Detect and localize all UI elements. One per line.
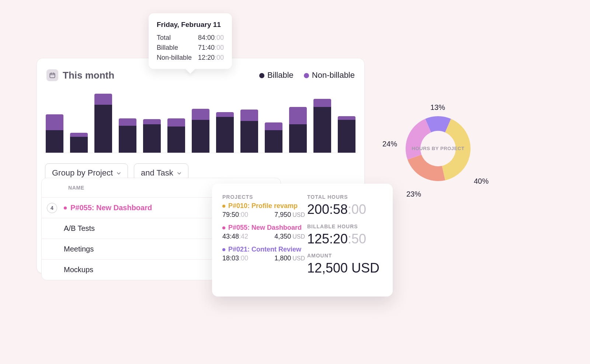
project-dot-icon bbox=[222, 226, 225, 229]
summary-project-amount: 7,950USD bbox=[274, 211, 305, 219]
chevron-down-icon bbox=[117, 168, 121, 178]
calendar-icon bbox=[46, 69, 58, 81]
bar[interactable] bbox=[143, 119, 161, 153]
bar[interactable] bbox=[265, 122, 282, 153]
donut-pct-btm: 23% bbox=[406, 190, 421, 198]
stacked-bar-chart[interactable] bbox=[44, 92, 358, 153]
projects-section-label: PROJECTS bbox=[222, 194, 307, 200]
bar[interactable] bbox=[167, 118, 185, 153]
column-name[interactable]: NAME bbox=[68, 185, 228, 191]
summary-project-amount: 4,350USD bbox=[274, 233, 305, 240]
bar[interactable] bbox=[119, 118, 136, 153]
bar[interactable] bbox=[289, 107, 307, 153]
summary-card: PROJECTS P#010: Profile revamp 79:50:00 … bbox=[212, 184, 393, 297]
bar-chart-tooltip: Friday, February 11 Total 84:00:00 Billa… bbox=[149, 13, 232, 69]
legend-nonbillable-label: Non-billable bbox=[312, 70, 355, 80]
chevron-down-icon bbox=[177, 168, 181, 178]
summary-project-title: P#055: New Dashboard bbox=[228, 224, 302, 232]
bar[interactable] bbox=[240, 110, 258, 153]
donut-pct-left: 24% bbox=[382, 140, 397, 148]
summary-project[interactable]: P#021: Content Review 18:03:00 1,800USD bbox=[222, 246, 307, 262]
title-left-group: This month bbox=[46, 69, 114, 81]
tooltip-value: 84:00:00 bbox=[198, 34, 224, 42]
bar[interactable] bbox=[94, 94, 112, 153]
donut-chart[interactable]: HOURS BY PROJECT bbox=[401, 112, 475, 186]
tooltip-row-total: Total 84:00:00 bbox=[157, 34, 224, 42]
period-label[interactable]: This month bbox=[63, 70, 114, 81]
tooltip-label: Non-billable bbox=[157, 54, 192, 62]
tooltip-date: Friday, February 11 bbox=[157, 21, 224, 29]
total-hours-value: 200:58:00 bbox=[307, 202, 384, 217]
project-dot-icon bbox=[222, 248, 225, 251]
summary-project-hours: 43:48:42 bbox=[222, 233, 248, 240]
and-task-label: and Task bbox=[141, 168, 173, 178]
billable-hours-value: 125:20:50 bbox=[307, 232, 384, 246]
tooltip-row-nonbillable: Non-billable 12:20:00 bbox=[157, 54, 224, 62]
legend-billable-label: Billable bbox=[267, 70, 294, 80]
summary-project-amount: 1,800USD bbox=[274, 254, 305, 262]
tooltip-row-billable: Billable 71:40:00 bbox=[157, 44, 224, 52]
svg-rect-0 bbox=[50, 73, 55, 78]
summary-project-hours: 79:50:00 bbox=[222, 211, 248, 219]
legend-billable: Billable bbox=[259, 70, 294, 80]
project-name: P#055: New Dashboard bbox=[70, 204, 152, 212]
tooltip-label: Total bbox=[157, 34, 171, 42]
task-name: Mockups bbox=[64, 266, 93, 274]
legend-dot-nonbillable bbox=[304, 73, 309, 78]
project-dot-icon bbox=[64, 207, 67, 209]
title-row: This month Billable Non-billable bbox=[44, 69, 358, 81]
donut-pct-right: 40% bbox=[474, 177, 489, 186]
summary-project[interactable]: P#055: New Dashboard 43:48:42 4,350USD bbox=[222, 224, 307, 240]
summary-projects-col: PROJECTS P#010: Profile revamp 79:50:00 … bbox=[222, 194, 307, 289]
billable-hours-label: BILLABLE HOURS bbox=[307, 223, 384, 229]
tooltip-value: 71:40:00 bbox=[198, 44, 224, 52]
total-hours-label: TOTAL HOURS bbox=[307, 194, 384, 200]
legend-dot-billable bbox=[259, 73, 264, 78]
summary-project-title: P#021: Content Review bbox=[228, 246, 301, 253]
tooltip-label: Billable bbox=[157, 44, 178, 52]
subtask-count-badge: 4 bbox=[47, 203, 57, 213]
summary-project-title: P#010: Profile revamp bbox=[228, 202, 298, 210]
bar[interactable] bbox=[313, 99, 331, 153]
tooltip-value: 12:20:00 bbox=[198, 54, 224, 62]
summary-project[interactable]: P#010: Profile revamp 79:50:00 7,950USD bbox=[222, 202, 307, 219]
task-name: A/B Tests bbox=[64, 224, 95, 233]
chart-legend: Billable Non-billable bbox=[259, 70, 355, 80]
donut-pct-top: 13% bbox=[430, 103, 445, 112]
group-by-label: Group by Project bbox=[52, 168, 113, 178]
bar[interactable] bbox=[192, 109, 209, 153]
project-dot-icon bbox=[222, 205, 225, 208]
summary-project-hours: 18:03:00 bbox=[222, 254, 248, 262]
legend-nonbillable: Non-billable bbox=[304, 70, 355, 80]
amount-label: AMOUNT bbox=[307, 253, 384, 259]
bar[interactable] bbox=[338, 116, 355, 153]
summary-totals-col: TOTAL HOURS 200:58:00 BILLABLE HOURS 125… bbox=[307, 194, 384, 289]
bar[interactable] bbox=[216, 112, 234, 153]
amount-value: 12,500 USD bbox=[307, 261, 384, 275]
donut-center-label: HOURS BY PROJECT bbox=[401, 112, 475, 186]
bar[interactable] bbox=[70, 133, 88, 153]
bar[interactable] bbox=[46, 114, 63, 153]
task-name: Meetings bbox=[64, 245, 94, 253]
